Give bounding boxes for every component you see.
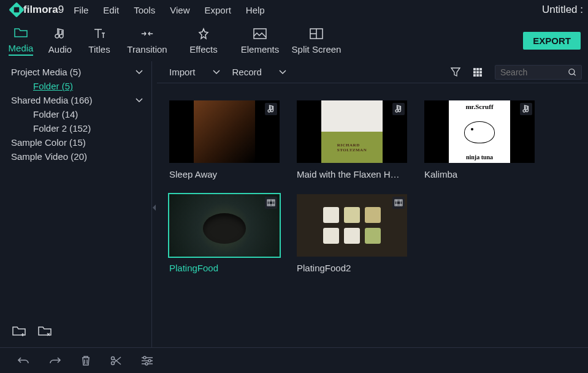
record-label: Record (232, 67, 262, 77)
text-icon (93, 27, 106, 40)
media-thumbnail: mr.Scruff ninja tuna (424, 100, 535, 163)
svg-point-18 (145, 363, 148, 365)
logo-icon (9, 2, 24, 17)
svg-rect-2 (473, 68, 476, 70)
tab-effects-label: Effects (189, 44, 218, 55)
tab-splitscreen-label: Split Screen (292, 44, 342, 55)
media-card[interactable]: Sleep Away (169, 100, 280, 179)
media-card[interactable]: RICHARDSTOLTZMAN Maid with the Flaxen H… (297, 100, 407, 179)
content-toolbar: Import Record (157, 61, 588, 83)
media-label: Kalimba (424, 169, 535, 179)
tab-media[interactable]: Media (2, 22, 39, 59)
tab-audio-label: Audio (48, 44, 72, 55)
export-button[interactable]: EXPORT (523, 32, 581, 50)
menu-bar: File Edit Tools View Export Help (74, 5, 265, 15)
chevron-down-icon (279, 70, 286, 75)
tab-titles[interactable]: Titles (81, 22, 118, 59)
tab-elements[interactable]: Elements (233, 22, 287, 59)
splitscreen-icon (310, 27, 323, 40)
settings-sliders-icon[interactable] (141, 356, 153, 366)
media-thumbnail (169, 100, 280, 163)
bottom-toolbar (0, 347, 588, 373)
menu-help[interactable]: Help (246, 5, 265, 15)
tree-folder2[interactable]: Folder 2 (152) (0, 121, 151, 135)
menu-export[interactable]: Export (204, 5, 231, 15)
svg-point-17 (148, 360, 151, 362)
svg-rect-9 (476, 74, 479, 77)
tree-label: Project Media (5) (11, 67, 81, 77)
search-icon (568, 68, 576, 77)
tree-sample-color[interactable]: Sample Color (15) (0, 135, 151, 149)
remove-folder-icon[interactable] (38, 325, 52, 336)
tree-shared-media[interactable]: Shared Media (166) (0, 93, 151, 107)
tab-audio[interactable]: Audio (42, 22, 78, 59)
import-dropdown[interactable]: Import (169, 67, 220, 77)
redo-icon[interactable] (49, 356, 61, 366)
tab-splitscreen[interactable]: Split Screen (289, 22, 343, 59)
tab-transition[interactable]: Transition (120, 22, 174, 59)
menu-edit[interactable]: Edit (103, 5, 119, 15)
film-icon (392, 197, 405, 209)
filter-icon[interactable] (451, 67, 460, 77)
svg-rect-5 (473, 71, 476, 73)
tab-effects[interactable]: Effects (177, 22, 231, 59)
tree-sample-video[interactable]: Sample Video (20) (0, 149, 151, 164)
svg-rect-8 (473, 74, 476, 77)
media-label: Sleep Away (169, 169, 280, 179)
app-logo: filmora9 (11, 4, 64, 16)
media-card[interactable]: mr.Scruff ninja tuna Kalimba (424, 100, 535, 179)
content-panel: Import Record Sleep Away (157, 61, 588, 347)
svg-point-11 (569, 69, 575, 74)
app-name: filmora9 (23, 4, 64, 16)
search-box[interactable] (495, 65, 582, 80)
sidebar-actions (0, 318, 151, 344)
import-label: Import (169, 67, 196, 77)
tree-label: Folder (14) (33, 109, 78, 119)
record-dropdown[interactable]: Record (232, 67, 286, 77)
undo-icon[interactable] (17, 356, 29, 366)
chevron-down-icon (136, 70, 143, 75)
music-note-icon (53, 27, 67, 40)
music-note-icon (265, 103, 277, 115)
media-label: PlatingFood2 (297, 263, 407, 273)
menu-file[interactable]: File (74, 5, 88, 15)
svg-rect-7 (479, 71, 482, 73)
tree-label: Folder 2 (152) (33, 123, 91, 134)
transition-icon (140, 27, 154, 40)
scissors-icon[interactable] (110, 355, 121, 366)
main-area: Project Media (5) Folder (5) Shared Medi… (0, 61, 588, 347)
tab-transition-label: Transition (127, 44, 167, 55)
svg-rect-6 (476, 71, 479, 73)
tree-folder-selected[interactable]: Folder (5) (0, 79, 151, 93)
panel-resize-handle[interactable] (152, 61, 157, 347)
svg-rect-10 (479, 74, 482, 77)
menu-tools[interactable]: Tools (134, 5, 155, 15)
tree-label: Folder (5) (33, 81, 73, 91)
media-label: PlatingFood (169, 263, 280, 273)
sidebar: Project Media (5) Folder (5) Shared Medi… (0, 61, 152, 347)
tab-media-label: Media (9, 43, 34, 56)
tree-folder[interactable]: Folder (14) (0, 107, 151, 121)
grid-view-icon[interactable] (473, 67, 483, 77)
media-card[interactable]: PlatingFood2 (297, 194, 407, 273)
trash-icon[interactable] (81, 355, 91, 366)
film-icon (265, 197, 277, 209)
media-card[interactable]: PlatingFood (169, 194, 280, 273)
search-input[interactable] (500, 67, 568, 77)
folder-icon (14, 26, 28, 39)
media-thumbnail (297, 194, 407, 257)
image-icon (253, 27, 267, 40)
tree-label: Sample Color (15) (11, 137, 86, 148)
music-note-icon (392, 103, 405, 115)
music-note-icon (520, 103, 532, 115)
main-toolbar: Media Audio Titles Transition Effects El… (0, 20, 588, 61)
menu-view[interactable]: View (170, 5, 189, 15)
tab-titles-label: Titles (88, 44, 110, 55)
effects-icon (197, 27, 210, 40)
titlebar: filmora9 File Edit Tools View Export Hel… (0, 0, 588, 20)
tree-project-media[interactable]: Project Media (5) (0, 65, 151, 79)
media-thumbnail: RICHARDSTOLTZMAN (297, 100, 407, 163)
media-thumbnail (169, 194, 280, 257)
media-label: Maid with the Flaxen H… (297, 169, 407, 179)
new-folder-icon[interactable] (12, 325, 26, 336)
